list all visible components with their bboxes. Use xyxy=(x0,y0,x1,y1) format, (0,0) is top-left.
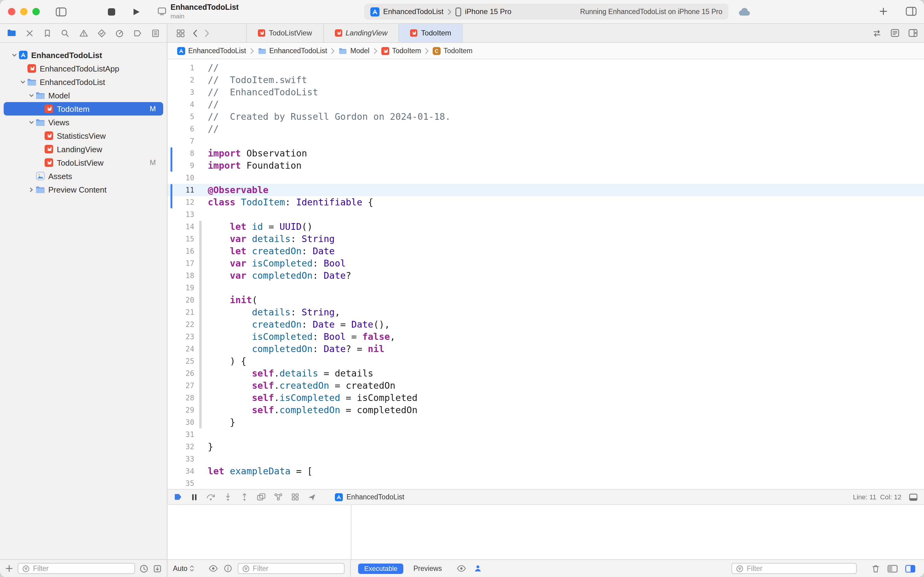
line-number[interactable]: 10 xyxy=(167,172,194,184)
run-button[interactable] xyxy=(132,7,140,16)
console-filter-field[interactable]: Filter xyxy=(731,563,857,574)
navigator-filter-field[interactable]: Filter xyxy=(18,563,135,574)
recent-files-filter-icon[interactable] xyxy=(139,564,148,573)
line-number[interactable]: 19 xyxy=(167,282,194,294)
line-number[interactable]: 1 xyxy=(167,62,194,74)
sidebar-item-model[interactable]: Model xyxy=(4,89,163,102)
code-text[interactable]: self.isCompleted = isCompleted xyxy=(194,392,417,404)
line-number[interactable]: 33 xyxy=(167,453,194,465)
environment-overrides-icon[interactable] xyxy=(291,493,299,501)
line-number[interactable]: 29 xyxy=(167,404,194,416)
step-over-icon[interactable] xyxy=(206,493,216,501)
line-number[interactable]: 15 xyxy=(167,233,194,245)
disclosure-chevron-icon[interactable] xyxy=(18,79,27,85)
stop-button[interactable] xyxy=(107,7,116,16)
disclosure-chevron-icon[interactable] xyxy=(27,93,35,98)
variables-filter-field[interactable]: Filter xyxy=(237,563,344,574)
debug-navigator-icon[interactable] xyxy=(115,28,124,38)
line-number[interactable]: 3 xyxy=(167,86,194,98)
sidebar-item-assets[interactable]: Assets xyxy=(4,169,163,183)
find-icon[interactable] xyxy=(61,28,70,38)
run-destination[interactable]: iPhone 15 Pro xyxy=(465,7,512,16)
code-text[interactable]: let id = UUID() xyxy=(194,221,312,233)
disclosure-chevron-icon[interactable] xyxy=(27,119,35,125)
variables-view[interactable] xyxy=(167,505,351,559)
related-items-icon[interactable] xyxy=(176,28,185,38)
source-control-icon[interactable] xyxy=(25,28,34,38)
line-number[interactable]: 34 xyxy=(167,465,194,477)
breakpoints-toggle-icon[interactable] xyxy=(174,493,183,501)
new-tab-button[interactable] xyxy=(879,7,888,16)
simulate-location-icon[interactable] xyxy=(307,493,316,501)
code-text[interactable]: let createdOn: Date xyxy=(194,245,335,257)
adjust-editor-options-icon[interactable] xyxy=(890,29,900,37)
user-process-icon[interactable] xyxy=(473,564,482,573)
source-control-filter-icon[interactable] xyxy=(153,564,162,573)
breadcrumb-item-todoitem[interactable]: CTodoItem xyxy=(433,47,473,55)
sidebar-item-landingview[interactable]: LandingView xyxy=(4,142,163,156)
code-text[interactable]: self.details = details xyxy=(194,367,373,380)
line-number[interactable]: 24 xyxy=(167,343,194,355)
breadcrumb-item-todoitem[interactable]: TodoItem xyxy=(381,47,421,55)
sidebar-item-preview-content[interactable]: Preview Content xyxy=(4,183,163,196)
line-number[interactable]: 13 xyxy=(167,208,194,221)
code-text[interactable]: init( xyxy=(194,294,258,306)
debug-memory-graph-icon[interactable] xyxy=(274,493,283,501)
line-number[interactable]: 4 xyxy=(167,98,194,111)
reports-icon[interactable] xyxy=(151,28,160,38)
line-number[interactable]: 20 xyxy=(167,294,194,306)
code-text[interactable]: // EnhancedTodoList xyxy=(194,86,318,98)
line-number[interactable]: 14 xyxy=(167,221,194,233)
tab-todolistview[interactable]: TodoListView xyxy=(247,24,324,42)
disclosure-chevron-icon[interactable] xyxy=(27,187,35,192)
clear-console-icon[interactable] xyxy=(871,564,880,573)
pause-execution-icon[interactable] xyxy=(191,493,198,501)
line-number[interactable]: 23 xyxy=(167,331,194,343)
toggle-inspector-icon[interactable] xyxy=(906,7,917,16)
code-text[interactable]: var isCompleted: Bool xyxy=(194,257,346,269)
sidebar-item-views[interactable]: Views xyxy=(4,116,163,129)
code-text[interactable]: var completedOn: Date? xyxy=(194,269,351,282)
step-out-icon[interactable] xyxy=(240,493,249,501)
previews-scope-button[interactable]: Previews xyxy=(414,565,442,572)
step-into-icon[interactable] xyxy=(224,493,232,501)
issues-icon[interactable] xyxy=(79,28,88,38)
line-number[interactable]: 30 xyxy=(167,416,194,429)
line-number[interactable]: 22 xyxy=(167,318,194,331)
console-output[interactable] xyxy=(351,505,924,559)
code-text[interactable]: let exampleData = [ xyxy=(194,465,312,477)
line-number[interactable]: 17 xyxy=(167,257,194,269)
line-number[interactable]: 16 xyxy=(167,245,194,257)
line-number[interactable]: 27 xyxy=(167,380,194,392)
bottom-bar-toggle-icon[interactable] xyxy=(909,493,918,501)
code-text[interactable]: details: String, xyxy=(194,306,340,318)
add-file-button[interactable] xyxy=(5,564,13,573)
sidebar-item-statisticsview[interactable]: StatisticsView xyxy=(4,129,163,142)
code-text[interactable]: class TodoItem: Identifiable { xyxy=(194,196,373,208)
line-number[interactable]: 18 xyxy=(167,269,194,282)
back-button[interactable] xyxy=(193,29,197,37)
line-number[interactable]: 21 xyxy=(167,306,194,318)
line-number[interactable]: 31 xyxy=(167,429,194,441)
code-text[interactable]: // xyxy=(194,62,219,74)
code-text[interactable]: ) { xyxy=(194,355,246,367)
code-text[interactable]: import Foundation xyxy=(194,160,302,172)
project-navigator-icon[interactable] xyxy=(7,28,16,38)
sidebar-item-todolistview[interactable]: TodoListViewM xyxy=(4,156,163,169)
add-editor-icon[interactable] xyxy=(908,29,918,37)
breakpoints-icon[interactable] xyxy=(133,28,142,38)
code-text[interactable]: @Observable xyxy=(194,184,269,196)
forward-button[interactable] xyxy=(205,29,209,37)
code-text[interactable]: // Created by Russell Gordon on 2024-01-… xyxy=(194,111,451,123)
tab-landingview[interactable]: LandingView xyxy=(324,24,399,42)
active-target[interactable]: EnhancedTodoList xyxy=(335,493,404,501)
source-editor[interactable]: 1//2// TodoItem.swift3// EnhancedTodoLis… xyxy=(167,59,924,489)
disclosure-chevron-icon[interactable] xyxy=(10,52,18,58)
code-text[interactable]: isCompleted: Bool = false, xyxy=(194,331,395,343)
code-review-icon[interactable] xyxy=(872,29,882,37)
variables-scope-popup[interactable]: Auto xyxy=(173,565,194,572)
code-text[interactable]: self.completedOn = completedOn xyxy=(194,404,417,416)
sidebar-item-todoitem[interactable]: TodoItemM xyxy=(4,102,163,116)
breadcrumb-item-enhancedtodolist[interactable]: EnhancedTodoList xyxy=(258,47,327,55)
minimize-window-button[interactable] xyxy=(20,8,27,15)
